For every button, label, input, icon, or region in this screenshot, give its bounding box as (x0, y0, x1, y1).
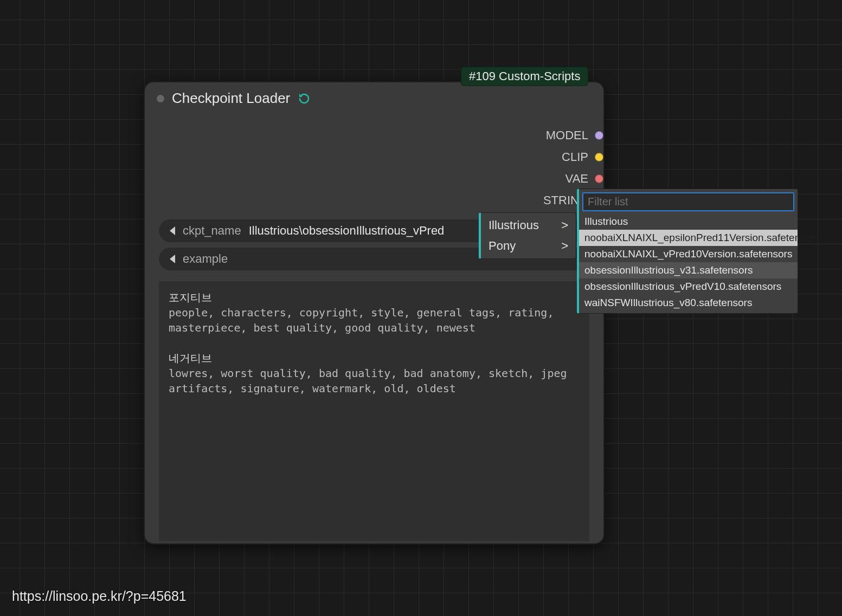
dropdown-list: Illustrious noobaiXLNAIXL_epsilonPred11V… (579, 213, 798, 313)
output-model[interactable]: MODEL (546, 128, 599, 142)
output-vae[interactable]: VAE (565, 172, 599, 186)
node-header[interactable]: Checkpoint Loader (145, 82, 603, 112)
node-title: Checkpoint Loader (172, 90, 290, 107)
dropdown-item[interactable]: waiNSFWIllustrious_v80.safetensors (579, 295, 798, 311)
negative-title: 네거티브 (169, 352, 212, 365)
submenu-label: Pony (489, 239, 516, 253)
dropdown-item[interactable]: noobaiXLNAIXL_epsilonPred11Version.safet… (579, 230, 798, 246)
category-submenu[interactable]: Illustrious > Pony > (479, 212, 576, 259)
positive-body: people, characters, copyright, style, ge… (169, 306, 560, 334)
negative-body: lowres, worst quality, bad quality, bad … (169, 367, 574, 395)
collapse-dot-icon[interactable] (157, 95, 164, 102)
prompt-textarea[interactable]: 포지티브 people, characters, copyright, styl… (159, 281, 589, 541)
dropdown-item[interactable]: Illustrious (579, 213, 798, 230)
output-port-icon[interactable] (595, 153, 603, 161)
chevron-right-icon: > (561, 239, 568, 253)
node-id-badge: #109 Custom-Scripts (461, 67, 588, 86)
submenu-item-pony[interactable]: Pony > (481, 236, 576, 256)
output-label: VAE (565, 172, 588, 186)
output-port-icon[interactable] (595, 174, 603, 183)
output-label: MODEL (546, 128, 588, 142)
dropdown-item[interactable]: obsessionIllustrious_v31.safetensors (579, 262, 798, 278)
output-port-icon[interactable] (595, 131, 603, 140)
refresh-icon[interactable] (298, 92, 311, 105)
source-url: https://linsoo.pe.kr/?p=45681 (12, 588, 187, 604)
output-label: CLIP (562, 150, 588, 164)
positive-title: 포지티브 (169, 291, 212, 304)
dropdown-item[interactable]: noobaiXLNAIXL_vPred10Version.safetensors (579, 246, 798, 262)
chevron-right-icon: > (561, 218, 568, 232)
dropdown-item[interactable]: obsessionIllustrious_vPredV10.safetensor… (579, 278, 798, 295)
output-clip[interactable]: CLIP (562, 150, 599, 164)
checkpoint-dropdown[interactable]: Illustrious noobaiXLNAIXL_epsilonPred11V… (577, 189, 798, 314)
widget-label: example (183, 252, 228, 266)
checkpoint-loader-node[interactable]: Checkpoint Loader MODEL CLIP VAE STRING … (144, 81, 605, 544)
arrow-left-icon[interactable] (170, 226, 175, 235)
submenu-item-illustrious[interactable]: Illustrious > (481, 215, 576, 236)
filter-input[interactable] (582, 192, 794, 211)
submenu-label: Illustrious (489, 218, 539, 232)
arrow-left-icon[interactable] (170, 255, 175, 263)
node-outputs: MODEL CLIP VAE STRING (145, 112, 603, 216)
widget-label: ckpt_name (183, 224, 241, 238)
